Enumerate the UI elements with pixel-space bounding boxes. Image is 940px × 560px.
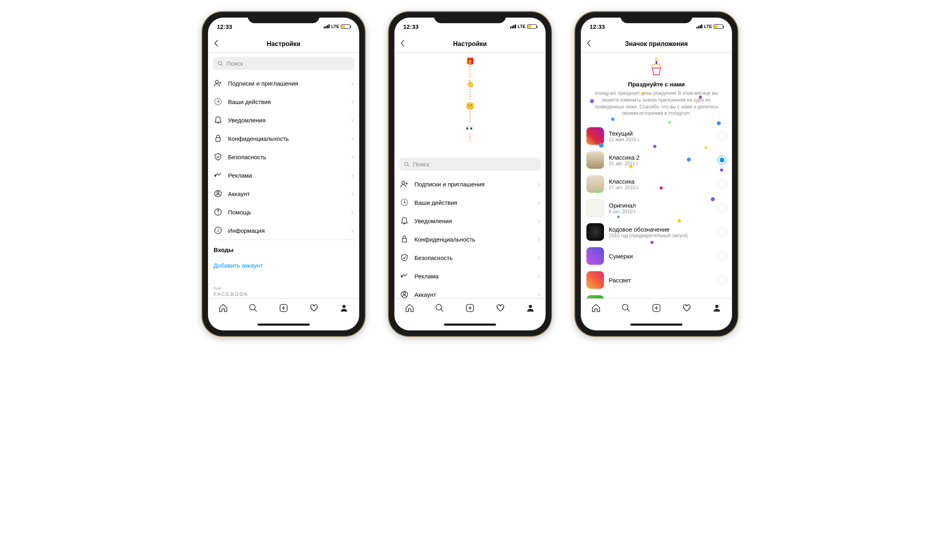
menu-item[interactable]: Ваши действия › xyxy=(208,92,359,111)
menu-item[interactable]: Конфиденциальность › xyxy=(208,129,359,148)
search-input[interactable]: Поиск xyxy=(213,57,354,70)
app-icon-preview xyxy=(586,247,604,265)
status-indicators: LTE xyxy=(324,24,350,29)
app-icon-option[interactable]: Сумерки xyxy=(581,244,732,268)
easter-egg-emoji-chain[interactable]: 🎁 👆 🤫 👀 xyxy=(394,53,546,154)
menu-item[interactable]: Конфиденциальность › xyxy=(394,230,546,248)
tab-home[interactable] xyxy=(215,300,231,318)
page-title: Настройки xyxy=(267,40,300,48)
dotted-line-icon xyxy=(470,111,470,123)
add-account-link[interactable]: Добавить аккаунт xyxy=(208,256,359,274)
radio-button[interactable] xyxy=(718,180,726,188)
menu-item[interactable]: Помощь › xyxy=(208,203,359,221)
menu-item[interactable]: Уведомления › xyxy=(208,111,359,129)
menu-item[interactable]: Аккаунт › xyxy=(394,285,546,298)
menu-item[interactable]: Безопасность › xyxy=(208,148,359,166)
content-area[interactable]: Поиск Подписки и приглашения › Ваши дейс… xyxy=(208,53,359,298)
chevron-right-icon: › xyxy=(538,235,540,244)
search-input[interactable]: Поиск xyxy=(399,158,541,171)
radio-button[interactable] xyxy=(718,204,726,212)
chevron-right-icon: › xyxy=(351,153,354,161)
radio-button[interactable] xyxy=(718,156,726,164)
menu-item[interactable]: Безопасность › xyxy=(394,248,546,267)
menu-label: Информация xyxy=(228,227,346,234)
app-icon-option[interactable]: Кодовое обозначение 2010 год (предварите… xyxy=(581,220,732,244)
app-icon-option[interactable]: Оригинал 6 окт. 2010 г. xyxy=(581,196,732,220)
home-indicator[interactable] xyxy=(208,318,359,330)
svg-point-9 xyxy=(218,228,218,229)
app-icon-option[interactable]: Текущий 11 мая 2016 г. xyxy=(581,124,732,148)
svg-point-13 xyxy=(404,162,408,165)
heart-icon xyxy=(309,303,319,313)
tab-search[interactable] xyxy=(432,300,448,318)
menu-icon xyxy=(400,272,409,280)
tab-activity[interactable] xyxy=(306,300,322,318)
radio-button[interactable] xyxy=(718,276,726,284)
point-up-emoji: 👆 xyxy=(466,79,474,88)
screen-1: 12:33 LTE Настройки Поиск Подписки и при… xyxy=(208,18,359,330)
app-icon-option[interactable] xyxy=(581,292,732,298)
home-icon xyxy=(405,303,414,313)
menu-item[interactable]: Уведомления › xyxy=(394,212,546,230)
app-icon-preview xyxy=(586,199,604,217)
app-icon-option[interactable]: Классика 27 окт. 2010 г. xyxy=(581,172,732,196)
back-button[interactable] xyxy=(586,39,592,49)
menu-label: Подписки и приглашения xyxy=(414,181,532,188)
menu-item[interactable]: Реклама › xyxy=(394,267,546,285)
home-indicator[interactable] xyxy=(394,318,546,330)
menu-item[interactable]: Ваши действия › xyxy=(394,193,546,212)
tab-search[interactable] xyxy=(245,300,261,318)
tab-profile[interactable] xyxy=(709,300,725,318)
option-name: Классика xyxy=(609,178,713,185)
home-indicator[interactable] xyxy=(581,318,732,330)
tab-create[interactable] xyxy=(462,300,478,318)
menu-label: Реклама xyxy=(414,273,532,280)
status-indicators: LTE xyxy=(696,24,723,29)
menu-item[interactable]: Реклама › xyxy=(208,166,359,184)
radio-button[interactable] xyxy=(718,252,726,260)
tab-create[interactable] xyxy=(648,300,664,318)
back-button[interactable] xyxy=(400,39,406,49)
tab-activity[interactable] xyxy=(679,300,695,318)
menu-item[interactable]: Подписки и приглашения › xyxy=(208,74,359,92)
menu-label: Уведомления xyxy=(414,218,532,224)
chevron-left-icon xyxy=(586,39,592,47)
status-time: 12:33 xyxy=(217,23,232,30)
tab-activity[interactable] xyxy=(492,300,508,318)
dotted-line-icon xyxy=(470,89,470,101)
app-icon-preview xyxy=(586,223,604,241)
app-icon-option[interactable]: Рассвет xyxy=(581,268,732,292)
option-name: Сумерки xyxy=(609,253,713,260)
radio-button[interactable] xyxy=(718,228,726,236)
profile-icon xyxy=(712,303,722,313)
search-icon xyxy=(404,162,410,167)
tab-bar xyxy=(394,298,546,318)
nav-bar: Настройки xyxy=(208,35,359,53)
radio-button[interactable] xyxy=(718,132,726,140)
content-area[interactable]: Празднуйте с нами Instagram празднует де… xyxy=(581,53,732,298)
menu-item[interactable]: Информация › xyxy=(208,221,359,240)
tab-home[interactable] xyxy=(402,300,418,318)
option-info: Классика 2 31 авг. 2011 г. xyxy=(609,154,713,166)
tab-profile[interactable] xyxy=(522,300,538,318)
option-info: Классика 27 окт. 2010 г. xyxy=(609,178,713,190)
menu-label: Подписки и приглашения xyxy=(228,80,346,87)
chevron-right-icon: › xyxy=(351,116,354,124)
celebrate-description: Instagram празднует день рождения! В это… xyxy=(593,90,720,117)
network-label: LTE xyxy=(331,24,339,29)
content-area[interactable]: 🎁 👆 🤫 👀 Поиск Подписки и приглашения › В… xyxy=(394,53,546,298)
svg-point-5 xyxy=(217,192,219,194)
battery-icon xyxy=(527,24,537,29)
menu-item[interactable]: Подписки и приглашения › xyxy=(394,175,546,193)
tab-create[interactable] xyxy=(276,300,292,318)
tab-home[interactable] xyxy=(588,300,604,318)
option-date: 6 окт. 2010 г. xyxy=(609,209,713,214)
menu-item[interactable]: Аккаунт › xyxy=(208,184,359,203)
back-button[interactable] xyxy=(214,39,219,49)
tab-profile[interactable] xyxy=(336,300,352,318)
tab-search[interactable] xyxy=(618,300,634,318)
svg-point-10 xyxy=(250,304,255,310)
svg-point-18 xyxy=(403,292,406,295)
app-icon-option[interactable]: Классика 2 31 авг. 2011 г. xyxy=(581,148,732,172)
menu-icon xyxy=(214,189,222,198)
